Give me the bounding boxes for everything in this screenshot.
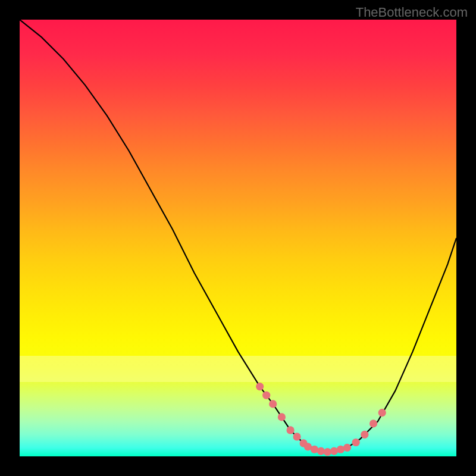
watermark-text: TheBottleneck.com <box>356 5 468 20</box>
highlight-dot <box>378 409 386 416</box>
highlight-dot <box>256 383 264 390</box>
bottleneck-curve <box>20 20 456 452</box>
chart-svg <box>20 20 456 456</box>
highlight-dot <box>269 400 277 408</box>
highlight-dot <box>286 426 294 434</box>
highlight-dot <box>352 439 360 446</box>
highlight-dot <box>278 413 286 421</box>
highlight-dot <box>361 431 368 439</box>
highlight-dots-group <box>256 383 386 456</box>
highlight-dot <box>262 392 270 399</box>
highlight-dot <box>293 433 300 440</box>
chart-area <box>20 20 456 456</box>
highlight-dot <box>369 419 377 427</box>
highlight-dot <box>343 444 351 452</box>
